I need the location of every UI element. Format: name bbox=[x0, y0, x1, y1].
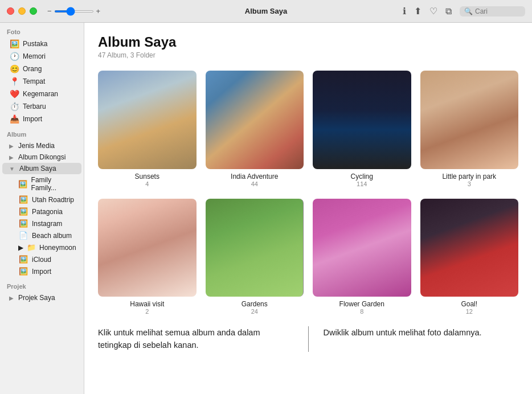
album-count-hawaii-visit: 2 bbox=[145, 308, 149, 315]
sidebar-item-jenis-media[interactable]: ▶ Jenis Media bbox=[2, 140, 81, 151]
content-area: Album Saya 47 Album, 3 Folder Sunsets 4 … bbox=[84, 23, 532, 394]
sidebar-sub-utah[interactable]: 🖼️ Utah Roadtrip bbox=[2, 194, 81, 206]
orang-icon: 😊 bbox=[9, 64, 19, 73]
window-controls bbox=[7, 7, 37, 15]
album-item-hawaii-visit[interactable]: Hawaii visit 2 bbox=[98, 199, 197, 315]
tempat-icon: 📍 bbox=[9, 77, 19, 86]
close-button[interactable] bbox=[7, 7, 14, 15]
heart-icon[interactable]: ♡ bbox=[429, 6, 437, 17]
import-icon: 📥 bbox=[9, 114, 19, 124]
album-name-hawaii-visit: Hawaii visit bbox=[130, 300, 164, 308]
sidebar-item-label-jenis-media: Jenis Media bbox=[18, 142, 55, 150]
sidebar-item-label-terbaru: Terbaru bbox=[23, 102, 46, 110]
search-input[interactable] bbox=[475, 7, 521, 15]
sidebar-item-import[interactable]: 📥 Import bbox=[2, 113, 81, 125]
zoom-minus-icon[interactable]: − bbox=[47, 7, 52, 15]
zoom-slider[interactable] bbox=[54, 10, 94, 13]
chevron-right-icon-4: ▶ bbox=[9, 295, 14, 301]
sidebar-item-label-album-dikongsi: Album Dikongsi bbox=[18, 153, 66, 161]
annotation-right: Dwiklik album untuk melihat foto dalamny… bbox=[318, 326, 519, 352]
sidebar-item-memori[interactable]: 🕐 Memori bbox=[2, 50, 81, 63]
sidebar-sub-import[interactable]: 🖼️ Import bbox=[2, 265, 81, 277]
search-icon: 🔍 bbox=[464, 7, 473, 15]
album-thumb-cycling bbox=[313, 71, 411, 169]
titlebar-actions: ℹ ⬆ ♡ ⧉ 🔍 bbox=[403, 6, 525, 17]
sidebar-item-album-dikongsi[interactable]: ▶ Album Dikongsi bbox=[2, 151, 81, 163]
patagonia-icon: 🖼️ bbox=[18, 207, 28, 216]
sidebar-item-tempat[interactable]: 📍 Tempat bbox=[2, 75, 81, 88]
window-title: Album Saya bbox=[245, 7, 287, 15]
crop-icon[interactable]: ⧉ bbox=[445, 6, 452, 17]
sidebar-sub-icloud[interactable]: 🖼️ iCloud bbox=[2, 253, 81, 265]
album-name-gardens: Gardens bbox=[242, 300, 268, 308]
family-icon: 🖼️ bbox=[18, 180, 28, 188]
album-count-india-adventure: 44 bbox=[251, 180, 258, 187]
zoom-plus-icon[interactable]: + bbox=[96, 7, 101, 15]
album-thumb-goal bbox=[420, 199, 519, 297]
sidebar-section-album: Album bbox=[0, 125, 84, 140]
album-thumb-hawaii-visit bbox=[98, 199, 197, 297]
album-item-gardens[interactable]: Gardens 24 bbox=[206, 199, 304, 315]
sidebar-sub-patagonia[interactable]: 🖼️ Patagonia bbox=[2, 206, 81, 217]
album-grid: Sunsets 4 India Adventure 44 Cycling 114… bbox=[98, 71, 518, 315]
album-name-cycling: Cycling bbox=[351, 173, 373, 180]
album-item-flower-garden[interactable]: Flower Garden 8 bbox=[313, 199, 411, 315]
album-count-flower-garden: 8 bbox=[360, 308, 363, 315]
chevron-down-icon: ▼ bbox=[9, 166, 15, 172]
album-name-india-adventure: India Adventure bbox=[231, 173, 278, 180]
share-icon[interactable]: ⬆ bbox=[414, 6, 421, 17]
sidebar-item-terbaru[interactable]: ⏱️ Terbaru bbox=[2, 100, 81, 113]
album-thumb-india-adventure bbox=[206, 71, 304, 169]
album-count-cycling: 114 bbox=[357, 180, 367, 187]
annotation-left: Klik untuk melihat semua album anda dala… bbox=[98, 326, 299, 352]
sidebar-section-foto: Foto bbox=[0, 23, 84, 38]
annotation-divider bbox=[308, 326, 309, 352]
sidebar-sub-label-family: Family Family... bbox=[31, 176, 75, 192]
terbaru-icon: ⏱️ bbox=[9, 102, 19, 111]
sidebar-item-album-saya[interactable]: ▼ Album Saya bbox=[2, 163, 81, 174]
sidebar-item-kegemaran[interactable]: ❤️ Kegemaran bbox=[2, 88, 81, 100]
page-title: Album Saya bbox=[98, 34, 518, 50]
sidebar-item-label-kegemaran: Kegemaran bbox=[23, 90, 58, 98]
sidebar-sub-beach[interactable]: 📄 Beach album bbox=[2, 229, 81, 241]
sidebar-section-projek: Projek bbox=[0, 277, 84, 292]
sidebar-item-pustaka[interactable]: 🖼️ Pustaka bbox=[2, 38, 81, 50]
sidebar-item-label-memori: Memori bbox=[23, 52, 46, 60]
album-item-india-adventure[interactable]: India Adventure 44 bbox=[206, 71, 304, 187]
sidebar-item-label-tempat: Tempat bbox=[23, 77, 45, 85]
album-item-sunsets[interactable]: Sunsets 4 bbox=[98, 71, 197, 187]
sidebar-item-projek-saya[interactable]: ▶ Projek Saya bbox=[2, 292, 81, 303]
album-thumb-little-party bbox=[420, 71, 519, 169]
import-sub-icon: 🖼️ bbox=[18, 267, 28, 276]
instagram-icon: 🖼️ bbox=[18, 219, 28, 228]
icloud-icon: 🖼️ bbox=[18, 255, 28, 264]
album-item-goal[interactable]: Goal! 12 bbox=[420, 199, 519, 315]
zoom-control[interactable]: − + bbox=[47, 7, 100, 15]
memori-icon: 🕐 bbox=[9, 52, 19, 61]
album-count-little-party: 3 bbox=[468, 180, 471, 187]
sidebar-sub-family[interactable]: 🖼️ Family Family... bbox=[2, 174, 81, 194]
album-thumb-gardens bbox=[206, 199, 304, 297]
app-body: Foto 🖼️ Pustaka 🕐 Memori 😊 Orang 📍 Tempa… bbox=[0, 23, 532, 394]
sidebar-item-label-pustaka: Pustaka bbox=[23, 40, 47, 48]
info-icon[interactable]: ℹ bbox=[403, 6, 406, 17]
sidebar-sub-honeymoon[interactable]: ▶ 📁 Honeymoon bbox=[2, 241, 81, 253]
minimize-button[interactable] bbox=[18, 7, 26, 15]
chevron-right-icon-2: ▶ bbox=[9, 154, 14, 161]
sidebar-sub-label-icloud: iCloud bbox=[32, 256, 51, 264]
sidebar-item-label-projek-saya: Projek Saya bbox=[18, 294, 55, 302]
utah-icon: 🖼️ bbox=[18, 195, 28, 204]
album-thumb-flower-garden bbox=[313, 199, 411, 297]
album-item-cycling[interactable]: Cycling 114 bbox=[313, 71, 411, 187]
sidebar-item-label-import: Import bbox=[23, 115, 42, 123]
sidebar-item-label-orang: Orang bbox=[23, 65, 42, 73]
sidebar-item-label-album-saya: Album Saya bbox=[19, 165, 56, 173]
album-name-goal: Goal! bbox=[461, 300, 477, 308]
album-thumb-sunsets bbox=[98, 71, 197, 169]
sidebar-item-orang[interactable]: 😊 Orang bbox=[2, 63, 81, 75]
album-item-little-party[interactable]: Little party in park 3 bbox=[420, 71, 519, 187]
sidebar-sub-label-import: Import bbox=[32, 268, 51, 276]
maximize-button[interactable] bbox=[30, 7, 37, 15]
search-box[interactable]: 🔍 bbox=[460, 6, 525, 17]
sidebar-sub-instagram[interactable]: 🖼️ Instagram bbox=[2, 217, 81, 229]
